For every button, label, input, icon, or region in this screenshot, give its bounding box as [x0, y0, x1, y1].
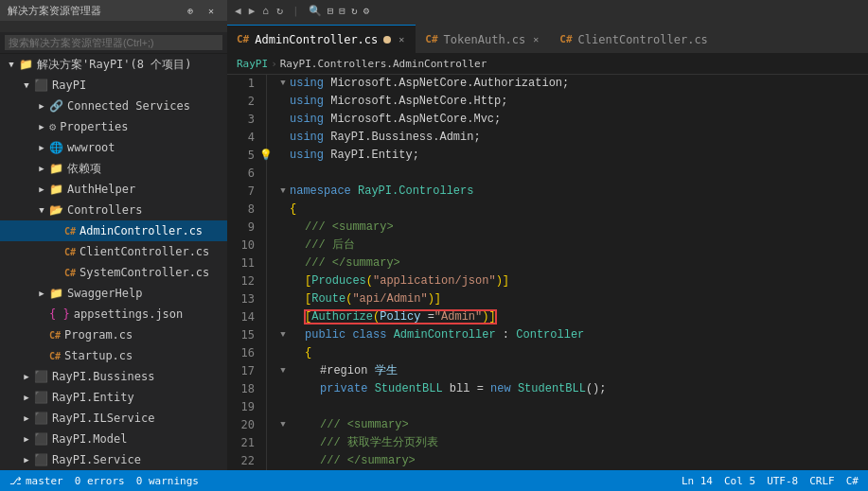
tree-item-7[interactable]: ▼📂Controllers	[0, 200, 227, 220]
status-warnings[interactable]: 0 warnings	[136, 475, 199, 487]
tree-arrow-1[interactable]: ▼	[19, 80, 34, 90]
fold-arrow-7[interactable]: ▼	[276, 183, 290, 201]
status-ln[interactable]: Ln 14	[682, 475, 713, 487]
line-number-10: 10	[235, 237, 255, 254]
branch-label: master	[26, 475, 63, 487]
tree-item-13[interactable]: C#Program.cs	[0, 324, 227, 345]
tree-item-17[interactable]: ▶⬛RayPI.ILService	[0, 408, 227, 429]
code-content-4: using RayPI.Bussiness.Admin;	[290, 129, 868, 147]
code-content-15: public class AdminController : Controlle…	[305, 326, 868, 344]
tree-label-7: Controllers	[67, 203, 142, 217]
tree-item-3[interactable]: ▶⚙Properties	[0, 116, 227, 137]
sidebar-title-bar: 解决方案资源管理器 ⊕ ✕	[0, 0, 227, 21]
line-number-12: 12	[235, 272, 255, 290]
tree-item-10[interactable]: C#SystemController.cs	[0, 262, 227, 283]
tree-item-19[interactable]: ▶⬛RayPI.Service	[0, 449, 227, 470]
code-content-16: {	[305, 344, 868, 362]
fold-arrow-20[interactable]: ▼	[276, 416, 290, 434]
code-line-16: {	[276, 344, 868, 362]
code-area[interactable]: ▼using Microsoft.AspNetCore.Authorizatio…	[267, 75, 868, 470]
search-bar	[0, 32, 227, 53]
status-errors[interactable]: 0 errors	[75, 475, 125, 487]
tree-arrow-15[interactable]: ▶	[19, 372, 34, 381]
tree-icon-2: 🔗	[49, 99, 63, 113]
collapse-icon[interactable]: ⊟	[339, 5, 345, 17]
tree-item-1[interactable]: ▼⬛RayPI	[0, 75, 227, 96]
tree-arrow-7[interactable]: ▼	[34, 205, 49, 215]
status-line-ending[interactable]: CRLF	[809, 475, 835, 487]
code-line-14: [Authorize(Policy ="Admin")]	[276, 308, 868, 326]
refresh-icon[interactable]: ↻	[276, 4, 283, 17]
status-language[interactable]: C#	[846, 475, 859, 487]
line-number-8: 8	[235, 201, 255, 219]
tab-admin-controller[interactable]: C# AdminController.cs ✕	[227, 25, 416, 53]
search-input[interactable]	[5, 35, 222, 50]
lightbulb-icon[interactable]: 💡	[259, 147, 273, 165]
tree-item-15[interactable]: ▶⬛RayPI.Bussiness	[0, 366, 227, 387]
tree-arrow-18[interactable]: ▶	[19, 434, 34, 444]
home-icon[interactable]: ⌂	[262, 5, 269, 17]
tab-label-client: ClientController.cs	[578, 33, 708, 46]
line-number-3: 3	[235, 111, 255, 129]
tab-close-button-2[interactable]: ✕	[531, 33, 540, 45]
breadcrumb-sep-1: ›	[271, 58, 277, 70]
tree-arrow-16[interactable]: ▶	[19, 393, 34, 402]
tree-item-14[interactable]: C#Startup.cs	[0, 345, 227, 366]
code-line-11: /// </summary>	[276, 254, 868, 272]
fold-arrow-17[interactable]: ▼	[276, 362, 290, 380]
status-encoding[interactable]: UTF-8	[767, 475, 798, 487]
refresh-tree-icon[interactable]: ↻	[351, 5, 358, 17]
tree-item-11[interactable]: ▶📁SwaggerHelp	[0, 283, 227, 304]
status-branch[interactable]: ⎇ master	[9, 475, 63, 487]
tab-cs-icon-3: C#	[559, 33, 572, 45]
tree-item-18[interactable]: ▶⬛RayPI.Model	[0, 429, 227, 449]
code-content-17: #region 学生	[320, 362, 868, 380]
tree-item-4[interactable]: ▶🌐wwwroot	[0, 137, 227, 158]
tree-arrow-11[interactable]: ▶	[34, 289, 49, 298]
settings-icon[interactable]: ⚙	[363, 5, 370, 17]
tree-icon-11: 📁	[49, 287, 63, 300]
title-bar-controls: ⊕ ✕	[182, 2, 220, 19]
line-number-9: 9	[235, 219, 255, 237]
tree-item-8[interactable]: C#AdminController.cs	[0, 220, 227, 241]
tree-arrow-2[interactable]: ▶	[34, 101, 49, 111]
tree-arrow-4[interactable]: ▶	[34, 143, 49, 152]
tree-icon-18: ⬛	[34, 432, 48, 446]
fold-arrow-1[interactable]: ▼	[276, 75, 290, 93]
code-content-22: /// </summary>	[320, 452, 868, 470]
tree-item-16[interactable]: ▶⬛RayPI.Entity	[0, 387, 227, 408]
tree-item-0[interactable]: ▼📁解决方案'RayPI'(8 个项目)	[0, 54, 227, 75]
line-number-14: 14	[235, 308, 255, 326]
nav-forward-icon[interactable]: ▶	[249, 5, 256, 17]
nav-back-icon[interactable]: ◀	[235, 5, 241, 17]
tab-token-auth[interactable]: C# TokenAuth.cs ✕	[416, 25, 550, 53]
tree-arrow-3[interactable]: ▶	[34, 122, 49, 132]
tree-label-17: RayPI.ILService	[52, 412, 154, 425]
tree-label-0: 解决方案'RayPI'(8 个项目)	[37, 57, 191, 73]
tree-item-5[interactable]: ▶📁依赖项	[0, 158, 227, 179]
tree-item-2[interactable]: ▶🔗Connected Services	[0, 96, 227, 116]
tab-client-controller[interactable]: C# ClientController.cs	[550, 25, 717, 53]
pin-button[interactable]: ⊕	[182, 2, 199, 19]
line-number-5: 5	[235, 147, 255, 165]
code-editor[interactable]: 1234567891011121314151617181920212223242…	[227, 75, 868, 470]
tree-arrow-17[interactable]: ▶	[19, 413, 34, 423]
code-content-2: using Microsoft.AspNetCore.Http;	[290, 93, 868, 111]
tree-item-9[interactable]: C#ClientController.cs	[0, 241, 227, 262]
tree-icon-3: ⚙	[49, 120, 56, 133]
search-icon[interactable]: 🔍	[309, 5, 322, 17]
filter-icon[interactable]: ⊟	[328, 5, 334, 17]
tree-item-12[interactable]: { }appsettings.json	[0, 304, 227, 324]
status-col[interactable]: Col 5	[724, 475, 755, 487]
tree-arrow-0[interactable]: ▼	[4, 60, 19, 69]
line-number-7: 7	[235, 183, 255, 201]
close-sidebar-button[interactable]: ✕	[203, 2, 220, 19]
tab-close-button[interactable]: ✕	[397, 33, 406, 45]
tree-arrow-5[interactable]: ▶	[34, 164, 49, 173]
tree-item-6[interactable]: ▶📁AuthHelper	[0, 179, 227, 200]
fold-arrow-15[interactable]: ▼	[276, 326, 290, 344]
tree-arrow-19[interactable]: ▶	[19, 455, 34, 465]
tab-label-admin: AdminController.cs	[255, 33, 378, 46]
tree-arrow-6[interactable]: ▶	[34, 184, 49, 194]
content-area: ▼📁解决方案'RayPI'(8 个项目)▼⬛RayPI▶🔗Connected S…	[0, 54, 868, 470]
